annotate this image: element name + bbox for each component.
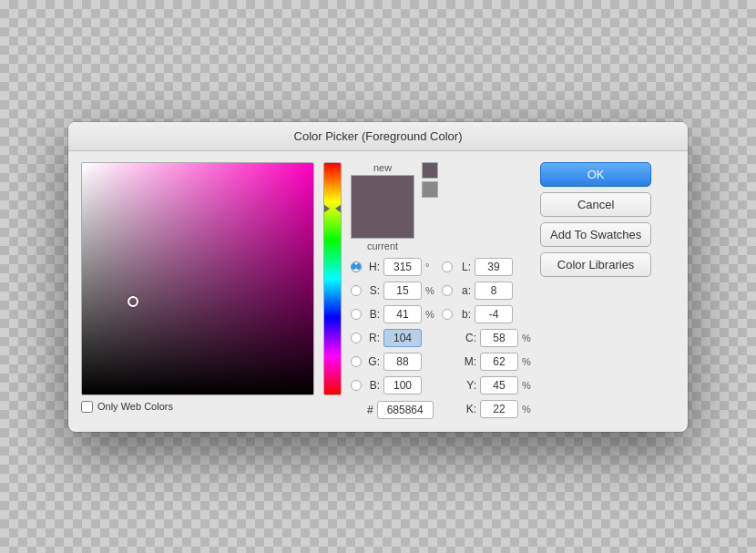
- input-L[interactable]: [475, 258, 513, 276]
- input-M[interactable]: [480, 353, 518, 371]
- field-row-L: L:: [442, 257, 531, 277]
- field-row-K: K: %: [442, 399, 531, 419]
- hex-input[interactable]: [377, 401, 434, 419]
- radio-a[interactable]: [442, 285, 453, 296]
- button-section: OK Cancel Add To Swatches Color Librarie…: [540, 162, 651, 419]
- label-a: a:: [456, 284, 471, 297]
- label-Y: Y:: [455, 379, 476, 392]
- input-G[interactable]: [383, 353, 422, 371]
- label-B2: B:: [365, 379, 380, 392]
- radio-B[interactable]: [351, 309, 362, 320]
- input-Y[interactable]: [480, 376, 518, 394]
- label-M: M:: [455, 355, 476, 368]
- field-row-C: C: %: [442, 328, 531, 348]
- hue-indicator-left: [323, 204, 330, 213]
- field-row-S: S: %: [351, 281, 434, 301]
- unit-S: %: [425, 285, 434, 296]
- color-picker-canvas[interactable]: [81, 162, 314, 395]
- only-web-colors-label: Only Web Colors: [97, 401, 173, 412]
- field-row-H: H: °: [351, 257, 434, 277]
- label-C: C:: [455, 332, 476, 344]
- ok-button[interactable]: OK: [540, 162, 651, 187]
- label-S: S:: [365, 284, 380, 297]
- field-row-Y: Y: %: [442, 375, 531, 395]
- field-row-B: B: %: [351, 304, 434, 324]
- hue-slider[interactable]: [323, 162, 342, 395]
- radio-R[interactable]: [351, 333, 362, 343]
- add-to-swatches-button[interactable]: Add To Swatches: [540, 222, 651, 247]
- radio-S[interactable]: [351, 285, 362, 296]
- radio-H[interactable]: [351, 261, 362, 272]
- left-field-group: H: ° S: % B: %: [351, 257, 434, 419]
- unit-M: %: [522, 356, 531, 367]
- label-L: L:: [456, 261, 471, 273]
- field-row-a: a:: [442, 281, 531, 301]
- preview-new-color: [352, 176, 414, 207]
- preview-new-label: new: [373, 162, 392, 173]
- field-row-G: G:: [351, 352, 434, 372]
- input-a[interactable]: [475, 282, 513, 300]
- input-B2[interactable]: [383, 376, 422, 394]
- field-row-b-lab: b:: [442, 304, 531, 324]
- dialog-title: Color Picker (Foreground Color): [68, 122, 688, 151]
- label-b-lab: b:: [456, 308, 471, 321]
- hex-row: #: [351, 401, 434, 419]
- unit-Y: %: [522, 380, 531, 391]
- right-field-group: L: a: b: C:: [442, 257, 531, 419]
- background-color-icon[interactable]: [422, 181, 438, 198]
- only-web-colors-checkbox[interactable]: [81, 401, 93, 413]
- radio-L[interactable]: [442, 261, 453, 272]
- hue-indicator-right: [335, 204, 342, 213]
- radio-b-lab[interactable]: [442, 309, 453, 320]
- field-row-B2: B:: [351, 375, 434, 395]
- input-S[interactable]: [383, 282, 422, 300]
- label-K: K:: [455, 403, 476, 415]
- label-R: R:: [365, 332, 380, 344]
- input-b-lab[interactable]: [475, 305, 513, 323]
- color-preview-box: [351, 175, 414, 239]
- unit-H: °: [425, 261, 434, 272]
- radio-G[interactable]: [351, 356, 362, 367]
- label-H: H:: [365, 261, 380, 273]
- preview-current-label: current: [367, 241, 398, 251]
- input-C[interactable]: [480, 329, 518, 347]
- unit-K: %: [522, 404, 531, 415]
- label-G: G:: [365, 355, 380, 368]
- color-libraries-button[interactable]: Color Libraries: [540, 252, 651, 277]
- cancel-button[interactable]: Cancel: [540, 192, 651, 217]
- color-icons: [422, 162, 438, 198]
- input-K[interactable]: [480, 400, 518, 418]
- label-B: B:: [365, 308, 380, 321]
- field-row-R: R:: [351, 328, 434, 348]
- unit-C: %: [522, 333, 531, 343]
- preview-current-color: [352, 207, 414, 238]
- field-row-M: M: %: [442, 352, 531, 372]
- color-picker-dialog: Color Picker (Foreground Color) Only Web…: [68, 122, 688, 432]
- input-H[interactable]: [383, 258, 422, 276]
- radio-B2[interactable]: [351, 380, 362, 391]
- input-B[interactable]: [383, 305, 422, 323]
- foreground-color-icon[interactable]: [422, 162, 438, 179]
- unit-B: %: [425, 309, 434, 320]
- hash-symbol: #: [367, 404, 373, 416]
- input-R[interactable]: [383, 329, 422, 347]
